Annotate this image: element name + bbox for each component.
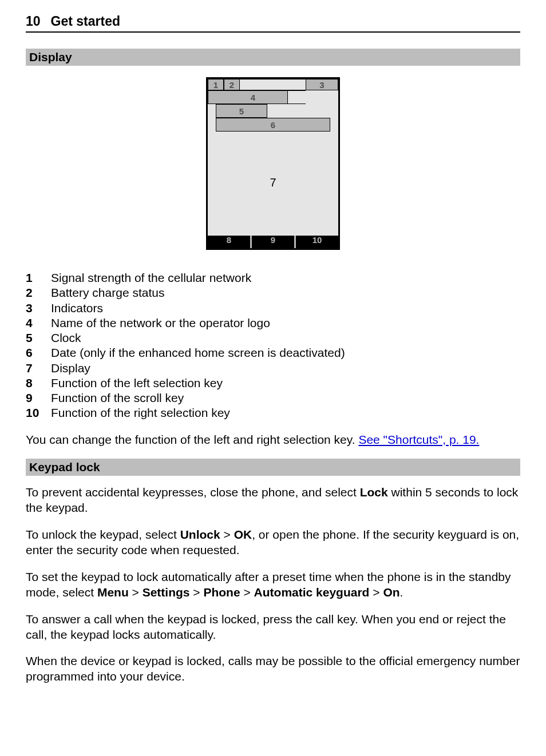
page-number: 10 <box>26 14 41 29</box>
legend-item: 4Name of the network or the operator log… <box>26 316 520 331</box>
display-legend: 1Signal strength of the cellular network… <box>26 270 520 421</box>
legend-item: 9Function of the scroll key <box>26 391 520 405</box>
keypad-lock-p1: To prevent accidental keypresses, close … <box>26 485 520 516</box>
shortcuts-link[interactable]: See "Shortcuts", p. 19. <box>358 433 479 446</box>
keypad-lock-p4: To answer a call when the keypad is lock… <box>26 612 520 643</box>
legend-item: 1Signal strength of the cellular network <box>26 270 520 285</box>
ui-term-ok: OK <box>234 528 252 541</box>
display-diagram: 1 2 3 4 5 6 7 8 9 10 <box>26 77 520 250</box>
keypad-lock-p2: To unlock the keypad, select Unlock > OK… <box>26 527 520 558</box>
diagram-region-7: 7 <box>208 132 338 233</box>
legend-item: 6Date (only if the enhanced home screen … <box>26 345 520 360</box>
diagram-region-5: 5 <box>216 104 267 118</box>
legend-item: 2Battery charge status <box>26 285 520 300</box>
legend-item: 7Display <box>26 361 520 376</box>
ui-term-lock: Lock <box>360 486 388 499</box>
chapter-title: Get started <box>51 14 120 29</box>
diagram-region-2: 2 <box>224 79 240 90</box>
ui-term-on: On <box>383 586 399 599</box>
diagram-region-1: 1 <box>208 79 224 90</box>
diagram-region-4: 4 <box>208 90 288 104</box>
keypad-lock-p3: To set the keypad to lock automatically … <box>26 570 520 600</box>
diagram-region-3: 3 <box>306 79 338 90</box>
diagram-region-9: 9 <box>252 236 296 248</box>
diagram-region-4-gap <box>288 90 306 104</box>
ui-term-automatic-keyguard: Automatic keyguard <box>254 586 370 599</box>
legend-item: 8Function of the left selection key <box>26 376 520 391</box>
ui-term-settings: Settings <box>143 586 190 599</box>
section-heading-keypad-lock: Keypad lock <box>26 459 520 476</box>
ui-term-unlock: Unlock <box>180 528 220 541</box>
phone-screen-outline: 1 2 3 4 5 6 7 8 9 10 <box>206 77 340 250</box>
section-heading-display: Display <box>26 49 520 66</box>
legend-item: 5Clock <box>26 331 520 345</box>
keypad-lock-p5: When the device or keypad is locked, cal… <box>26 654 520 685</box>
diagram-region-8: 8 <box>208 236 252 248</box>
diagram-softkey-row: 8 9 10 <box>208 236 338 248</box>
diagram-region-gap <box>240 79 306 90</box>
ui-term-phone: Phone <box>203 586 240 599</box>
page-header: 10Get started <box>26 14 520 33</box>
legend-item: 3Indicators <box>26 301 520 316</box>
diagram-region-6: 6 <box>216 118 330 132</box>
diagram-region-10: 10 <box>296 236 338 248</box>
ui-term-menu: Menu <box>97 586 129 599</box>
shortcuts-note: You can change the function of the left … <box>26 432 520 448</box>
legend-item: 10Function of the right selection key <box>26 405 520 420</box>
